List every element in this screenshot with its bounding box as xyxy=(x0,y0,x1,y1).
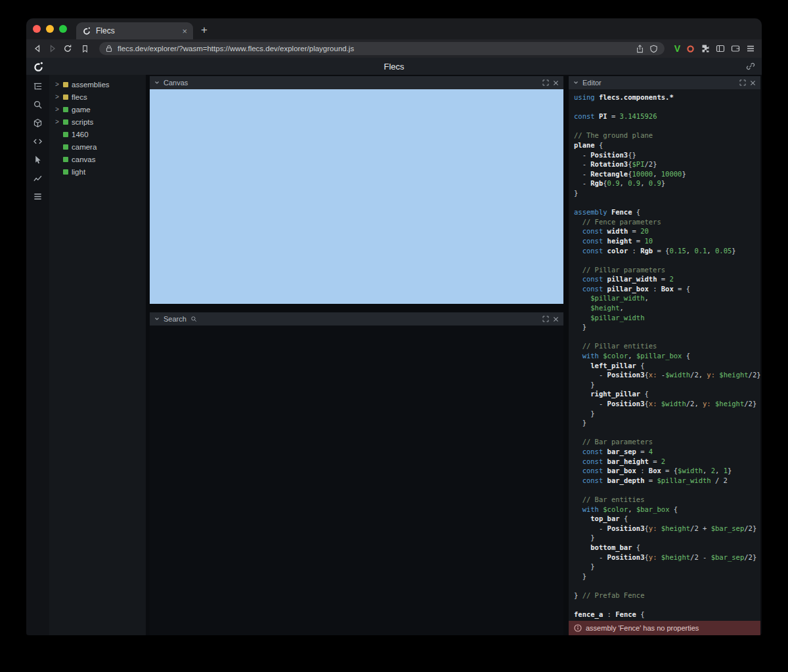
wallet-icon[interactable] xyxy=(731,44,740,53)
code-line[interactable]: } xyxy=(574,188,760,198)
code-line[interactable]: top_bar { xyxy=(574,514,760,524)
code-line[interactable]: - Position3{y: $height/2 + $bar_sep/2} xyxy=(574,524,760,534)
code-area[interactable]: using flecs.components.* const PI = 3.14… xyxy=(569,89,760,621)
code-line[interactable]: const pillar_box : Box = { xyxy=(574,284,760,294)
cube-icon[interactable] xyxy=(32,117,44,129)
code-line[interactable]: with $color, $pillar_box { xyxy=(574,351,760,361)
code-line[interactable]: } xyxy=(574,572,760,581)
code-line[interactable]: using flecs.components.* xyxy=(574,93,760,102)
collapse-chevron-icon[interactable] xyxy=(154,316,160,322)
tree-icon[interactable] xyxy=(32,80,44,92)
lock-icon[interactable] xyxy=(106,45,112,52)
zoom-window-button[interactable] xyxy=(59,25,67,33)
expand-arrow-icon[interactable]: > xyxy=(55,106,60,113)
extension-dot-icon[interactable] xyxy=(686,45,695,53)
code-line[interactable]: assembly Fence { xyxy=(574,207,760,217)
address-bar[interactable]: flecs.dev/explorer/?wasm=https://www.fle… xyxy=(99,42,665,55)
search-icon[interactable] xyxy=(32,98,44,110)
close-panel-icon[interactable] xyxy=(553,80,559,86)
reload-button[interactable] xyxy=(63,44,72,53)
expand-arrow-icon[interactable]: > xyxy=(55,81,60,88)
collapse-chevron-icon[interactable] xyxy=(573,80,579,85)
code-line[interactable]: - Position3{} xyxy=(574,150,760,160)
code-line[interactable]: const width = 20 xyxy=(574,226,760,236)
code-line[interactable]: $height, xyxy=(574,303,760,313)
code-line[interactable] xyxy=(574,198,760,208)
code-line[interactable]: // The ground plane xyxy=(574,131,760,140)
code-line[interactable]: - Position3{x: $width/2, y: $height/2} xyxy=(574,399,760,409)
shield-icon[interactable] xyxy=(649,45,658,53)
tree-item-scripts[interactable]: >scripts xyxy=(49,116,146,128)
close-panel-icon[interactable] xyxy=(553,316,559,322)
code-line[interactable] xyxy=(574,102,760,112)
close-panel-icon[interactable] xyxy=(750,80,756,86)
extensions-puzzle-icon[interactable] xyxy=(701,44,710,53)
url-text[interactable]: flecs.dev/explorer/?wasm=https://www.fle… xyxy=(118,45,630,52)
collapse-chevron-icon[interactable] xyxy=(154,80,160,85)
code-line[interactable] xyxy=(574,581,760,591)
code-line[interactable]: - Rgb{0.9, 0.9, 0.9} xyxy=(574,178,760,188)
tree-item-camera[interactable]: camera xyxy=(49,140,146,153)
expand-arrow-icon[interactable]: > xyxy=(55,93,60,100)
code-line[interactable]: // Pillar entities xyxy=(574,341,760,351)
code-icon[interactable] xyxy=(32,135,44,147)
extension-v-icon[interactable]: V xyxy=(674,43,680,54)
code-line[interactable]: // Bar entities xyxy=(574,495,760,505)
menu-button[interactable] xyxy=(746,44,755,53)
code-line[interactable]: left_pillar { xyxy=(574,361,760,371)
tree-item-1460[interactable]: 1460 xyxy=(49,128,146,140)
tree-item-assemblies[interactable]: >assemblies xyxy=(49,78,146,91)
code-line[interactable]: const color : Rgb = {0.15, 0.1, 0.05} xyxy=(574,246,760,256)
forward-button[interactable] xyxy=(48,44,57,53)
close-window-button[interactable] xyxy=(33,25,41,33)
chart-icon[interactable] xyxy=(32,172,44,184)
code-line[interactable]: // Fence parameters xyxy=(574,217,760,227)
code-line[interactable]: const pillar_width = 2 xyxy=(574,274,760,284)
code-line[interactable] xyxy=(574,121,760,131)
code-line[interactable]: } xyxy=(574,322,760,332)
tree-item-flecs[interactable]: >flecs xyxy=(49,91,146,103)
new-tab-button[interactable]: + xyxy=(201,24,208,37)
tab-close-icon[interactable]: × xyxy=(182,27,187,35)
expand-panel-icon[interactable] xyxy=(542,316,549,322)
bookmark-icon[interactable] xyxy=(81,45,89,53)
expand-arrow-icon[interactable]: > xyxy=(55,118,60,125)
code-line[interactable]: const bar_sep = 4 xyxy=(574,447,760,457)
code-line[interactable]: with $color, $bar_box { xyxy=(574,505,760,514)
code-line[interactable]: } xyxy=(574,562,760,572)
cursor-icon[interactable] xyxy=(32,154,44,165)
code-line[interactable]: const bar_box : Box = {$width, 2, 1} xyxy=(574,466,760,476)
code-line[interactable]: $pillar_width, xyxy=(574,293,760,303)
layers-icon[interactable] xyxy=(32,190,44,202)
expand-panel-icon[interactable] xyxy=(739,79,746,86)
code-line[interactable] xyxy=(574,332,760,342)
code-line[interactable]: - Rotation3{$PI/2} xyxy=(574,159,760,169)
code-line[interactable] xyxy=(574,428,760,438)
minimize-window-button[interactable] xyxy=(46,25,54,33)
render-canvas[interactable] xyxy=(150,89,563,304)
tree-item-light[interactable]: light xyxy=(49,165,146,178)
sidebar-toggle-icon[interactable] xyxy=(716,44,725,53)
permalink-icon[interactable] xyxy=(746,62,755,71)
code-line[interactable]: } xyxy=(574,418,760,428)
code-line[interactable]: const height = 10 xyxy=(574,236,760,246)
tree-item-canvas[interactable]: canvas xyxy=(49,153,146,165)
browser-tab[interactable]: Flecs × xyxy=(76,22,193,39)
expand-panel-icon[interactable] xyxy=(542,79,549,86)
code-line[interactable]: } // Prefab Fence xyxy=(574,591,760,600)
code-line[interactable]: - Position3{y: $height/2 - $bar_sep/2} xyxy=(574,553,760,562)
code-line[interactable]: } xyxy=(574,533,760,543)
code-line[interactable]: bottom_bar { xyxy=(574,543,760,553)
share-icon[interactable] xyxy=(636,45,644,53)
code-line[interactable]: // Pillar parameters xyxy=(574,265,760,275)
code-line[interactable]: // Bar parameters xyxy=(574,437,760,447)
code-line[interactable]: const PI = 3.1415926 xyxy=(574,112,760,121)
code-line[interactable]: - Rectangle{10000, 10000} xyxy=(574,169,760,179)
code-line[interactable]: fence_a : Fence { xyxy=(574,610,760,620)
code-line[interactable]: $pillar_width xyxy=(574,313,760,323)
code-line[interactable] xyxy=(574,600,760,610)
code-line[interactable]: - Position3{x: -$width/2, y: $height/2} xyxy=(574,370,760,380)
search-results-area[interactable] xyxy=(150,326,563,635)
code-line[interactable] xyxy=(574,255,760,265)
code-line[interactable]: } xyxy=(574,409,760,419)
